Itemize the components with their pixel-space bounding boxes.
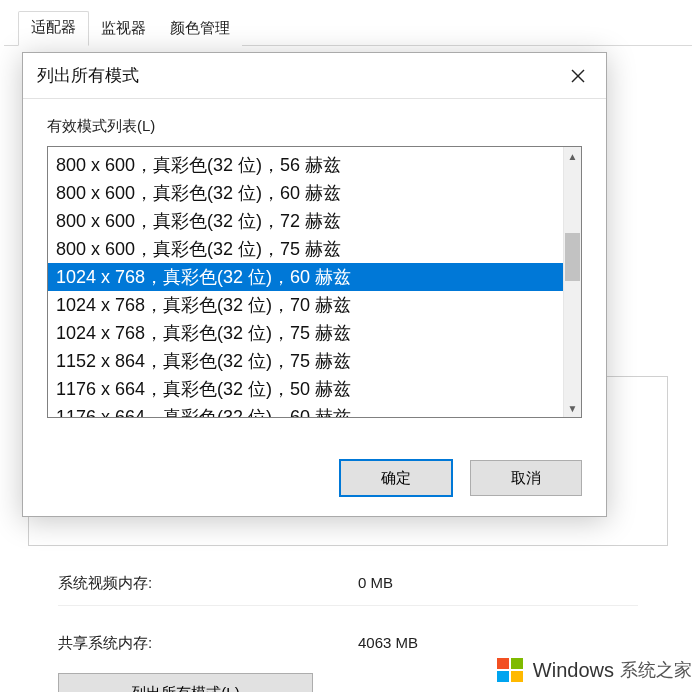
cancel-button[interactable]: 取消 (470, 460, 582, 496)
mode-list-item[interactable]: 1024 x 768，真彩色(32 位)，60 赫兹 (48, 263, 563, 291)
svg-rect-5 (511, 671, 523, 682)
watermark-suffix: 系统之家 (620, 658, 692, 682)
system-video-memory-label: 系统视频内存: (58, 574, 358, 593)
scroll-up-button[interactable]: ▲ (564, 147, 581, 165)
shared-system-memory-label: 共享系统内存: (58, 634, 358, 653)
mode-list-item[interactable]: 1152 x 864，真彩色(32 位)，75 赫兹 (48, 347, 563, 375)
svg-rect-4 (497, 671, 509, 682)
mode-list-item[interactable]: 800 x 600，真彩色(32 位)，60 赫兹 (48, 179, 563, 207)
scroll-down-button[interactable]: ▼ (564, 399, 581, 417)
mode-list-item[interactable]: 1024 x 768，真彩色(32 位)，70 赫兹 (48, 291, 563, 319)
system-video-memory-value: 0 MB (358, 574, 393, 593)
mode-listbox[interactable]: 800 x 600，真彩色(32 位)，56 赫兹800 x 600，真彩色(3… (47, 146, 582, 418)
tab-monitor[interactable]: 监视器 (89, 13, 158, 46)
tab-adapter[interactable]: 适配器 (18, 11, 89, 46)
svg-rect-3 (511, 658, 523, 669)
dialog-titlebar: 列出所有模式 (23, 53, 606, 99)
dialog-title: 列出所有模式 (37, 64, 139, 87)
scroll-thumb[interactable] (565, 233, 580, 281)
mode-list-item[interactable]: 1024 x 768，真彩色(32 位)，75 赫兹 (48, 319, 563, 347)
tab-color-management[interactable]: 颜色管理 (158, 13, 242, 46)
mode-list-item[interactable]: 1176 x 664，真彩色(32 位)，60 赫兹 (48, 403, 563, 417)
mode-list-item[interactable]: 1176 x 664，真彩色(32 位)，50 赫兹 (48, 375, 563, 403)
list-all-modes-dialog: 列出所有模式 有效模式列表(L) 800 x 600，真彩色(32 位)，56 … (22, 52, 607, 517)
ok-button[interactable]: 确定 (340, 460, 452, 496)
watermark-brand: Windows (533, 659, 614, 682)
list-all-modes-button[interactable]: 列出所有模式(L) (58, 673, 313, 692)
mode-list-item[interactable]: 800 x 600，真彩色(32 位)，75 赫兹 (48, 235, 563, 263)
shared-system-memory-value: 4063 MB (358, 634, 418, 653)
tab-bar: 适配器 监视器 颜色管理 (4, 4, 692, 46)
watermark: Windows 系统之家 (495, 654, 692, 686)
close-icon (571, 69, 585, 83)
scrollbar[interactable]: ▲ ▼ (563, 147, 581, 417)
windows-logo-icon (495, 654, 527, 686)
mode-list-item[interactable]: 800 x 600，真彩色(32 位)，56 赫兹 (48, 151, 563, 179)
mode-list-item[interactable]: 800 x 600，真彩色(32 位)，72 赫兹 (48, 207, 563, 235)
mode-list-label: 有效模式列表(L) (47, 117, 582, 136)
svg-rect-2 (497, 658, 509, 669)
close-button[interactable] (556, 60, 600, 92)
